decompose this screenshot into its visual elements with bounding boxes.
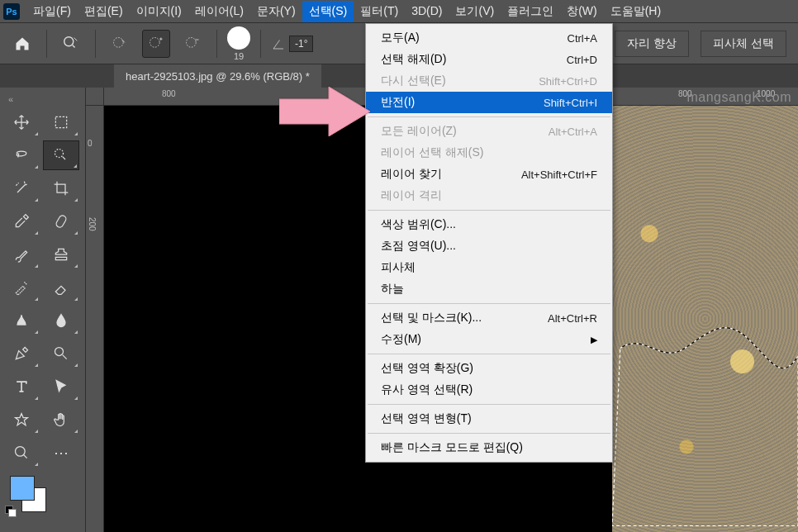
menu-item-layer[interactable]: 레이어(L) bbox=[188, 1, 250, 22]
pen-tool[interactable] bbox=[3, 339, 40, 368]
shape-tool[interactable] bbox=[3, 405, 40, 435]
menu-entry[interactable]: 수정(M)▶ bbox=[366, 329, 612, 350]
svg-rect-4 bbox=[55, 116, 66, 127]
brush-angle[interactable]: -1° bbox=[271, 36, 313, 52]
document-tab[interactable]: heart-2925103.jpg @ 29.6% (RGB/8) * bbox=[114, 64, 321, 88]
toolbox: « ⋯ bbox=[0, 88, 86, 532]
menu-entry-shortcut: Alt+Shift+Ctrl+F bbox=[521, 169, 597, 181]
brush-tool[interactable] bbox=[3, 240, 40, 269]
select-menu-dropdown: 모두(A)Ctrl+A선택 해제(D)Ctrl+D다시 선택(E)Shift+C… bbox=[365, 23, 613, 463]
quick-selection-tool[interactable] bbox=[43, 140, 79, 170]
menu-entry[interactable]: 초점 영역(U)... bbox=[366, 235, 612, 257]
menu-item-select[interactable]: 선택(S) bbox=[302, 1, 354, 22]
menu-entry-label: 레이어 찾기 bbox=[381, 167, 442, 182]
menu-item-edit[interactable]: 편집(E) bbox=[78, 1, 130, 22]
menu-entry[interactable]: 모두(A)Ctrl+A bbox=[366, 27, 612, 49]
edit-toolbar-icon[interactable]: ⋯ bbox=[43, 438, 79, 468]
menu-entry[interactable]: 유사 영역 선택(R) bbox=[366, 379, 612, 401]
watermark: mangsangK.com bbox=[686, 90, 791, 105]
menu-entry[interactable]: 하늘 bbox=[366, 278, 612, 300]
svg-point-0 bbox=[64, 36, 74, 45]
separator bbox=[260, 30, 261, 58]
menu-entry-label: 선택 영역 변형(T) bbox=[381, 411, 472, 426]
menu-entry-label: 레이어 선택 해제(S) bbox=[381, 145, 483, 160]
subtract-selection-icon[interactable] bbox=[142, 30, 170, 58]
menu-separator bbox=[368, 354, 610, 354]
svg-point-5 bbox=[55, 150, 64, 158]
menu-entry[interactable]: 색상 범위(C)... bbox=[366, 214, 612, 235]
menu-entry[interactable]: 반전(I)Shift+Ctrl+I bbox=[366, 92, 612, 113]
ruler-tick: 0 bbox=[88, 139, 93, 148]
spot-heal-tool[interactable] bbox=[43, 207, 79, 236]
menu-item-file[interactable]: 파일(F) bbox=[26, 1, 78, 22]
add-selection-icon[interactable] bbox=[106, 30, 134, 58]
menu-entry-label: 반전(I) bbox=[381, 95, 415, 110]
enhance-edge-button[interactable]: 자리 향상 bbox=[615, 31, 689, 57]
home-icon[interactable] bbox=[8, 30, 36, 58]
crop-tool[interactable] bbox=[43, 173, 79, 203]
menu-entry[interactable]: 빠른 마스크 모드로 편집(Q) bbox=[366, 437, 612, 458]
marquee-tool[interactable] bbox=[43, 107, 79, 137]
menu-entry-label: 선택 영역 확장(G) bbox=[381, 361, 473, 376]
menu-entry-shortcut: Ctrl+A bbox=[568, 32, 597, 45]
menu-entry-label: 수정(M) bbox=[381, 332, 421, 347]
menu-entry-shortcut: Alt+Ctrl+R bbox=[548, 312, 597, 325]
menu-item-window[interactable]: 창(W) bbox=[560, 1, 604, 22]
clone-stamp-tool[interactable] bbox=[43, 240, 79, 269]
menu-entry[interactable]: 선택 영역 변형(T) bbox=[366, 408, 612, 430]
foreground-swatch[interactable] bbox=[10, 476, 35, 501]
intersect-selection-icon[interactable] bbox=[178, 30, 207, 58]
dodge-tool[interactable] bbox=[43, 339, 79, 368]
toolbox-collapse-icon[interactable]: « bbox=[3, 93, 82, 106]
menu-separator bbox=[368, 303, 610, 304]
gradient-tool[interactable] bbox=[3, 306, 40, 335]
magic-wand-tool[interactable] bbox=[3, 173, 40, 203]
menu-separator bbox=[368, 116, 610, 117]
menu-entry-label: 레이어 격리 bbox=[381, 188, 442, 203]
canvas-image[interactable] bbox=[612, 106, 798, 532]
lasso-tool[interactable] bbox=[3, 140, 40, 170]
ruler-vertical[interactable]: 0 200 bbox=[86, 106, 104, 532]
move-tool[interactable] bbox=[3, 107, 40, 137]
menu-entry[interactable]: 선택 해제(D)Ctrl+D bbox=[366, 49, 612, 70]
color-swatches[interactable] bbox=[3, 476, 53, 517]
path-selection-tool[interactable] bbox=[43, 372, 79, 401]
hand-tool[interactable] bbox=[43, 405, 79, 435]
svg-point-1 bbox=[114, 37, 124, 47]
menubar: Ps 파일(F)편집(E)이미지(I)레이어(L)문자(Y)선택(S)필터(T)… bbox=[0, 0, 798, 23]
app-badge: Ps bbox=[3, 3, 20, 20]
default-colors-icon[interactable] bbox=[5, 506, 17, 517]
select-subject-button[interactable]: 피사체 선택 bbox=[701, 31, 786, 57]
separator bbox=[46, 30, 47, 58]
menu-entry[interactable]: 피사체 bbox=[366, 257, 612, 278]
menu-item-image[interactable]: 이미지(I) bbox=[130, 1, 188, 22]
menu-item-plugins[interactable]: 플러그인 bbox=[501, 1, 560, 22]
menu-item-filter[interactable]: 필터(T) bbox=[354, 1, 405, 22]
zoom-tool[interactable] bbox=[3, 438, 40, 468]
annotation-arrow bbox=[279, 87, 370, 139]
menu-item-3d[interactable]: 3D(D) bbox=[405, 1, 449, 22]
brush-preview[interactable]: 19 bbox=[227, 26, 250, 61]
menu-item-help[interactable]: 도움말(H) bbox=[604, 1, 667, 22]
menu-entry-label: 다시 선택(E) bbox=[381, 74, 446, 88]
menu-entry-shortcut: Shift+Ctrl+D bbox=[539, 75, 597, 88]
blur-tool[interactable] bbox=[43, 306, 79, 335]
menu-item-type[interactable]: 문자(Y) bbox=[250, 1, 302, 22]
svg-point-3 bbox=[187, 37, 197, 47]
svg-point-7 bbox=[55, 348, 64, 356]
menu-separator bbox=[368, 433, 610, 434]
menu-entry-label: 빠른 마스크 모드로 편집(Q) bbox=[381, 440, 523, 455]
history-brush-tool[interactable] bbox=[3, 273, 40, 302]
separator bbox=[95, 30, 96, 58]
menu-entry-label: 초점 영역(U)... bbox=[381, 239, 456, 254]
menu-item-view[interactable]: 보기(V) bbox=[449, 1, 501, 22]
menu-entry[interactable]: 선택 및 마스크(K)...Alt+Ctrl+R bbox=[366, 307, 612, 329]
menu-entry-label: 색상 범위(C)... bbox=[381, 217, 456, 232]
tool-preset-icon[interactable] bbox=[57, 30, 85, 58]
menu-entry[interactable]: 선택 영역 확장(G) bbox=[366, 358, 612, 379]
type-tool[interactable] bbox=[3, 372, 40, 401]
eyedropper-tool[interactable] bbox=[3, 207, 40, 236]
menu-separator bbox=[368, 210, 610, 211]
menu-entry[interactable]: 레이어 찾기Alt+Shift+Ctrl+F bbox=[366, 164, 612, 185]
eraser-tool[interactable] bbox=[43, 273, 79, 302]
